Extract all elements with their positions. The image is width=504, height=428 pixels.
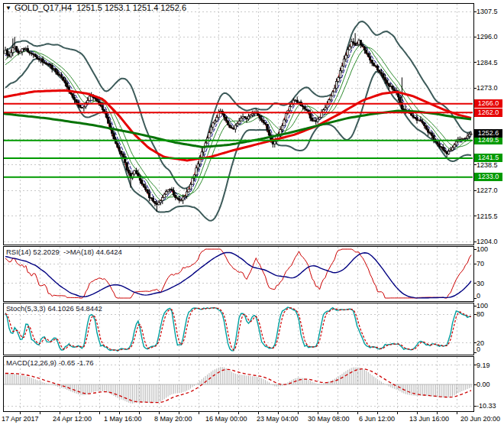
chart-dropdown-icon[interactable]: ▼ — [5, 5, 11, 11]
chart-canvas[interactable] — [0, 0, 504, 428]
trading-chart-window: ▼GOLD_Q17,H4 1251.5 1253.1 1251.4 1252.6… — [0, 0, 504, 428]
